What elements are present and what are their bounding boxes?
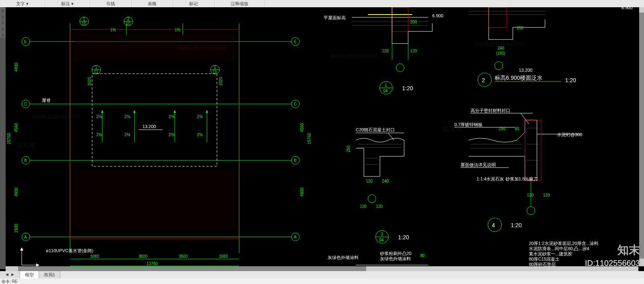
svg-rect-45	[392, 7, 408, 31]
status-bar: ◄ ► 模型 布局1	[0, 271, 644, 278]
bubble2: 2	[482, 77, 485, 83]
menu-text[interactable]: 文字 ▾	[0, 0, 45, 7]
dim-total: 13760	[147, 261, 158, 266]
dim: 1500	[14, 224, 19, 233]
dim: 4900	[300, 187, 304, 197]
tabs-nav[interactable]: ◄ ►	[0, 271, 20, 278]
dim: 250	[499, 126, 506, 131]
tool-icon[interactable]	[0, 21, 5, 25]
tab-model[interactable]: 模型	[20, 271, 39, 278]
grid-bubble-e: E	[24, 39, 27, 44]
pipe-note: ø110UPVC落水管(金阔)	[46, 248, 93, 253]
dim: 250	[346, 145, 351, 152]
menu-annoscale[interactable]: 注释缩放	[215, 0, 265, 7]
command-line[interactable]: 命令: RE	[0, 278, 644, 284]
slope-text: 2%	[197, 133, 203, 137]
dim: 120	[382, 49, 389, 53]
dim: 3500	[138, 254, 148, 259]
slope-text: 2%	[169, 133, 175, 137]
detail-4: 高分子密封材料封口 0.7厚镀锌钢板 水泥钉@300 250 60 屋面做法详见…	[454, 108, 582, 232]
slope-text: 2%	[124, 133, 130, 137]
d6-line: 水泥防滑条...同中层80,凸...设4	[529, 246, 589, 251]
slope-text: 2%	[96, 114, 102, 119]
drawing-canvas[interactable]: E E C C B B A A 1 10 2 10 1 11 1 11 2% 2…	[6, 7, 644, 271]
svg-rect-10	[74, 33, 235, 62]
detail3-scale: 1:20	[398, 234, 409, 240]
d5-note2: 砂浆粉刷外凸20	[380, 251, 411, 256]
d4-note3: 屋面做法详见说明	[460, 162, 496, 167]
grid-bubble-a: A	[294, 235, 297, 239]
detail-2: 6.900 250 240 (180) 13.200 2 标高6.900楼面泛水…	[469, 7, 633, 87]
dim: 80	[420, 253, 425, 258]
ref-den: 11	[213, 70, 217, 74]
d5-note3: 灰绿色外墙涂料	[380, 256, 411, 261]
menu-bar: 文字 ▾ 标注 ▾ 引线 表格 标记 注释缩放	[0, 0, 644, 7]
ref-den: 04	[379, 238, 384, 242]
ref-den: 04	[383, 89, 388, 93]
ref-den: 10	[126, 21, 131, 26]
detail1-scale: 1:20	[402, 85, 413, 91]
ridge-label: 屋脊	[42, 98, 51, 103]
menu-table[interactable]: 表格	[132, 0, 173, 7]
menu-mark[interactable]: 标记	[173, 0, 215, 7]
dim: 200	[410, 20, 417, 24]
svg-rect-11	[74, 168, 235, 229]
dim: 240	[382, 179, 389, 183]
dim: 3380	[219, 254, 228, 259]
dim-1020: 1020	[87, 77, 92, 86]
detail2-title: 标高6.900楼面泛水	[494, 75, 543, 81]
tool-icon[interactable]	[0, 15, 5, 19]
grid-bubble-c: C	[24, 102, 27, 106]
tool-icon[interactable]	[0, 8, 5, 13]
scrollbar-vertical[interactable]	[639, 7, 644, 266]
plan-view: E E C C B B A A 1 10 2 10 1 11 1 11 2% 2…	[7, 17, 312, 267]
dim: 4560	[14, 123, 19, 132]
dim: 120	[360, 204, 367, 209]
tab-layout1[interactable]: 布局1	[39, 271, 60, 278]
detail2-level-top: 6.900	[621, 7, 633, 10]
grid-bubble-e: E	[294, 39, 297, 44]
slope-text: 2%	[124, 114, 130, 119]
tool-icon[interactable]	[0, 33, 5, 37]
scrollbar-thumb[interactable]	[18, 266, 366, 271]
svg-marker-29	[101, 110, 103, 113]
svg-rect-9	[92, 74, 217, 166]
grid-bubble-b: B	[294, 158, 297, 163]
menu-annotate[interactable]: 标注 ▾	[45, 0, 90, 7]
ref-den: 11	[94, 70, 99, 74]
detail1-label: 平屋面标高	[324, 15, 346, 20]
svg-rect-51	[489, 7, 507, 27]
bubble4: 4	[492, 222, 495, 228]
dim: 120	[366, 179, 373, 183]
d4-note2: 水泥钉@300	[557, 132, 582, 137]
detail2-lvtop: 13.200	[519, 68, 533, 73]
brand-overlay: 知末	[617, 243, 640, 258]
ref-num: 1	[95, 65, 97, 70]
scrollbar-thumb[interactable]	[639, 12, 644, 259]
ref-num: 3	[381, 232, 383, 236]
detail-3: C20细石混凝土封口 250 120 240 120 120 3 04 1:20	[346, 127, 409, 243]
ref-den: 10	[82, 21, 87, 26]
tool-icon[interactable]	[0, 27, 5, 31]
detail3-note: C20细石混凝土封口	[356, 127, 395, 132]
grid-bubble-c: C	[294, 102, 297, 106]
detail1-level: 6.900	[432, 13, 444, 18]
scrollbar-horizontal[interactable]	[6, 266, 638, 271]
d6-line: 80厚C15混凝土	[529, 257, 559, 261]
dim: 120	[543, 193, 550, 197]
d4-note0: 高分子密封材料封口	[471, 108, 510, 113]
dim: 3500	[179, 254, 188, 259]
d6-line: 素水泥砂浆一...建筑胶	[529, 251, 572, 256]
dim-total: 15760	[307, 133, 312, 144]
d4-note4: 1:1:4水泥石灰 砂浆加1.5%麻刀	[477, 176, 538, 181]
d5-note1: 灰绿色外墙涂料	[328, 255, 359, 260]
svg-marker-33	[173, 110, 176, 113]
svg-point-48	[396, 64, 404, 72]
dim: 250	[517, 26, 524, 30]
dim: 4560	[300, 123, 304, 132]
svg-point-67	[527, 207, 535, 215]
dim: 4800	[14, 62, 19, 72]
grid-bubble-b: B	[24, 158, 27, 163]
menu-leader[interactable]: 引线	[90, 0, 132, 7]
tool-palette	[0, 7, 6, 269]
